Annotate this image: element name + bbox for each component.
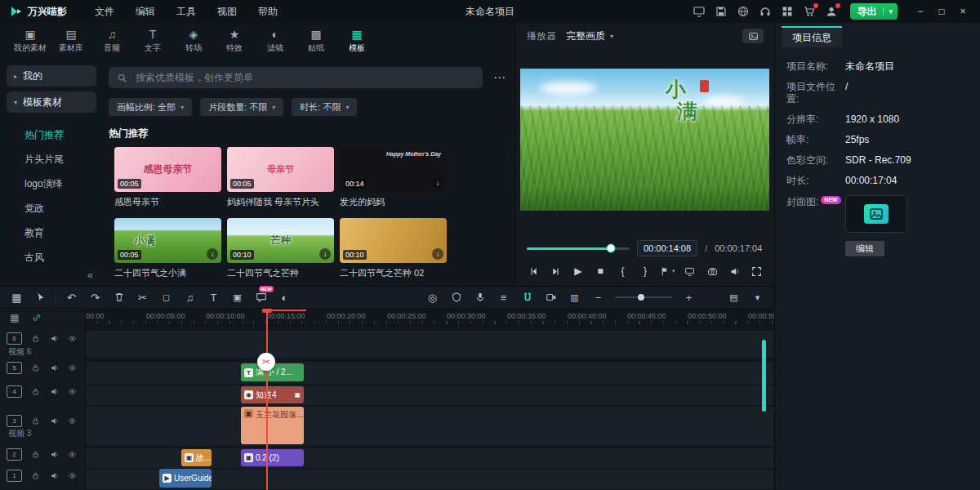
display-connect-icon[interactable] (693, 5, 706, 18)
add-text-icon[interactable]: T (202, 286, 225, 309)
select-tool-icon[interactable] (29, 286, 52, 309)
visibility-eye-icon[interactable] (68, 450, 77, 459)
timeline-scrollbar[interactable] (762, 340, 766, 412)
manage-tracks-icon[interactable]: ▦ (10, 312, 19, 323)
filter-dropdown[interactable]: 时长: 不限 ▾ (292, 98, 357, 116)
template-thumbnail[interactable]: 芒种 00:10 ↓ (227, 218, 334, 263)
download-icon[interactable]: ↓ (432, 177, 443, 189)
timeline-lane[interactable] (85, 331, 774, 358)
save-icon[interactable] (715, 5, 728, 18)
quality-dropdown[interactable]: 完整画质 ▾ (566, 29, 613, 43)
stop-button[interactable]: ■ (592, 263, 608, 279)
split-scissors-badge[interactable]: ✂ (257, 353, 275, 371)
lock-icon[interactable] (31, 416, 40, 425)
timeline-lane[interactable] (85, 362, 774, 384)
store-cart-icon[interactable] (803, 5, 816, 18)
media-tab[interactable]: ◈ 转场 (173, 29, 214, 54)
redo-icon[interactable]: ↷ (83, 286, 107, 309)
template-thumbnail[interactable]: 母亲节 00:05 ↓ (227, 147, 334, 192)
download-icon[interactable]: ↓ (319, 248, 331, 260)
lock-icon[interactable] (31, 450, 40, 459)
snapshot-button[interactable] (704, 263, 720, 279)
lock-icon[interactable] (31, 363, 40, 372)
template-card[interactable]: 小满 00:05 ↓ 二十四节气之小满 (114, 218, 221, 279)
mute-speaker-icon[interactable] (50, 363, 59, 372)
template-card[interactable]: 00:10 ↓ 二十四节气之芒种 02 (340, 218, 447, 279)
volume-button[interactable] (727, 263, 743, 279)
split-scissors-icon[interactable]: ✂ (131, 286, 154, 309)
sidebar-item[interactable]: 教育 (0, 220, 103, 245)
mute-speaker-icon[interactable] (50, 450, 59, 459)
maximize-button[interactable]: □ (931, 6, 952, 17)
mask-icon[interactable]: ◐ (273, 286, 296, 309)
denoise-shield-icon[interactable] (444, 286, 468, 309)
mute-speaker-icon[interactable] (50, 416, 59, 425)
visibility-eye-icon[interactable] (68, 471, 77, 480)
visibility-eye-icon[interactable] (68, 416, 77, 425)
timeline-clip[interactable]: ▣ 故... (181, 449, 212, 466)
sidebar-item[interactable]: 片头片尾 (0, 147, 103, 172)
close-button[interactable]: × (952, 6, 973, 17)
menu-item[interactable]: 帮助 (258, 5, 278, 19)
media-tab[interactable]: T 文字 (132, 29, 173, 54)
search-bar[interactable] (109, 67, 483, 88)
adjust-icon[interactable]: ◎ (421, 286, 444, 309)
menu-item[interactable]: 视图 (217, 5, 237, 19)
filter-dropdown[interactable]: 画幅比例: 全部 ▾ (109, 98, 192, 116)
sidebar-collapse-icon[interactable]: « (87, 269, 93, 281)
delete-icon[interactable] (107, 286, 131, 309)
timeline-ruler[interactable]: 00:0000:00:05:0000:00:10:0000:00:15:0000… (85, 309, 774, 327)
undo-icon[interactable]: ↶ (60, 286, 83, 309)
minimize-button[interactable]: − (910, 6, 931, 17)
template-card[interactable]: Happy Mother's Day 00:14 ↓ 发光的妈妈 (340, 147, 447, 208)
template-thumbnail[interactable]: 小满 00:05 ↓ (114, 218, 221, 263)
track-height-caret-icon[interactable]: ▾ (746, 286, 769, 309)
media-tab[interactable]: ▤ 素材库 (51, 29, 91, 54)
visibility-eye-icon[interactable] (68, 387, 77, 396)
previous-frame-button[interactable] (525, 263, 541, 279)
media-tab[interactable]: ♫ 音频 (91, 29, 132, 54)
media-browser-icon[interactable]: ▦ (5, 286, 29, 309)
timeline-clip[interactable]: ◉ 知道4 ▣ (241, 386, 304, 403)
media-tab[interactable]: ▣ 我的素材 (10, 29, 51, 54)
menu-item[interactable]: 工具 (176, 5, 196, 19)
filter-dropdown[interactable]: 片段数量: 不限 ▾ (200, 98, 283, 116)
plugins-grid-icon[interactable] (781, 5, 794, 18)
record-voiceover-icon[interactable] (468, 286, 492, 309)
tab-project-info[interactable]: 项目信息 (782, 26, 842, 47)
menu-item[interactable]: 文件 (95, 5, 114, 19)
play-button[interactable]: ▶ (570, 263, 586, 279)
lock-icon[interactable] (31, 334, 40, 343)
sidebar-item[interactable]: logo演绎 (0, 172, 103, 196)
zoom-in-icon[interactable]: + (677, 286, 701, 309)
timeline-clip[interactable]: ▶ UserGuide (159, 469, 212, 488)
mark-in-button[interactable]: { (615, 263, 631, 279)
add-pip-icon[interactable]: ▣ (225, 286, 249, 309)
account-icon[interactable] (825, 5, 838, 18)
media-tab[interactable]: ◐ 滤镜 (255, 29, 296, 54)
mirror-display-button[interactable] (682, 263, 698, 279)
visibility-eye-icon[interactable] (68, 363, 77, 372)
export-button[interactable]: 导出 ▾ (850, 3, 898, 20)
video-preview[interactable]: 小 满 (520, 69, 769, 211)
compare-view-button[interactable] (742, 29, 764, 43)
timeline-zoom-slider[interactable] (615, 296, 672, 298)
mute-speaker-icon[interactable] (50, 471, 59, 480)
timeline-lane[interactable] (85, 385, 774, 405)
sidebar-item[interactable]: 古风 (0, 245, 103, 270)
playhead-line[interactable] (266, 309, 268, 490)
cover-thumbnail-box[interactable] (845, 195, 907, 233)
zoom-out-icon[interactable]: − (586, 286, 610, 309)
template-card[interactable]: 芒种 00:10 ↓ 二十四节气之芒种 (227, 218, 334, 279)
add-audio-icon[interactable]: ♫ (178, 286, 202, 309)
export-caret-icon[interactable]: ▾ (883, 7, 898, 16)
track-height-icon[interactable]: ▤ (722, 286, 746, 309)
publish-icon[interactable] (737, 5, 750, 18)
sidebar-group[interactable]: ▾ 模板素材 (7, 91, 96, 113)
crop-icon[interactable]: ◻ (154, 286, 178, 309)
timeline-clip[interactable]: ▣ 玉兰花园落... (241, 407, 304, 444)
sidebar-item[interactable]: 热门推荐 (0, 122, 103, 147)
more-options-icon[interactable]: ⋯ (493, 70, 506, 85)
snap-magnet-icon[interactable] (515, 286, 539, 309)
sidebar-group[interactable]: ▸ 我的 (7, 65, 96, 87)
